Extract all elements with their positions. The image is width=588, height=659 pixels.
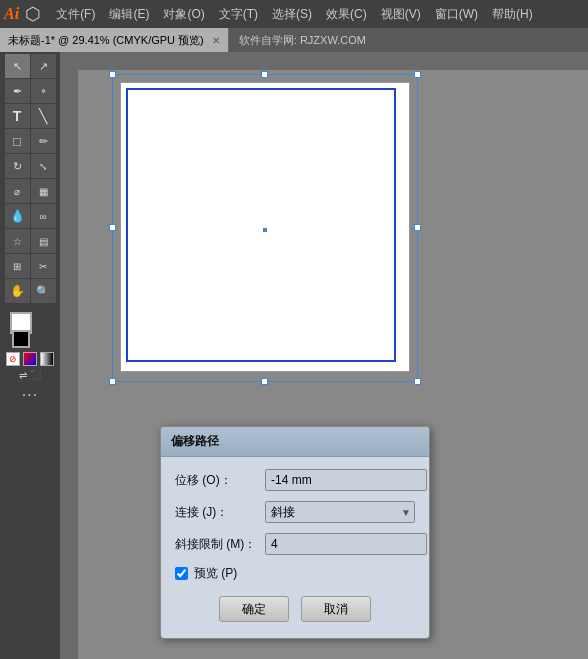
artboard-tool[interactable]: ⊞ [5, 254, 30, 278]
tool-row-5: ↻ ⤡ [3, 154, 57, 178]
menu-text[interactable]: 文字(T) [212, 2, 265, 27]
document-canvas[interactable] [120, 82, 410, 372]
tab-active-close[interactable]: ✕ [212, 35, 220, 46]
tool-row-9: ⊞ ✂ [3, 254, 57, 278]
ok-button[interactable]: 确定 [219, 596, 289, 622]
main-area: ↖ ↗ ✒ ⌖ T ╲ □ ✏ ↻ ⤡ ⌀ ▦ 💧 ∞ ☆ ▤ [0, 52, 588, 659]
handle-top-mid[interactable] [261, 71, 268, 78]
default-icon[interactable]: ⬛ [30, 370, 41, 381]
menubar: Ai ⬡ 文件(F) 编辑(E) 对象(O) 文字(T) 选择(S) 效果(C)… [0, 0, 588, 28]
menu-window[interactable]: 窗口(W) [428, 2, 485, 27]
tab-active[interactable]: 未标题-1* @ 29.41% (CMYK/GPU 预览) ✕ [0, 28, 228, 52]
handle-top-right[interactable] [414, 71, 421, 78]
miter-row: 斜接限制 (M)： [175, 533, 415, 555]
tabbar: 未标题-1* @ 29.41% (CMYK/GPU 预览) ✕ 软件自学网: R… [0, 28, 588, 52]
menu-select[interactable]: 选择(S) [265, 2, 319, 27]
tool-row-2: ✒ ⌖ [3, 79, 57, 103]
offset-input[interactable] [265, 469, 427, 491]
tool-row-7: 💧 ∞ [3, 204, 57, 228]
menu-help[interactable]: 帮助(H) [485, 2, 540, 27]
tool-row-6: ⌀ ▦ [3, 179, 57, 203]
offset-path-dialog: 偏移路径 位移 (O)： 连接 (J)： 斜接 圆角 斜切 ▼ [160, 426, 430, 639]
offset-label: 位移 (O)： [175, 472, 265, 489]
tool-row-10: ✋ 🔍 [3, 279, 57, 303]
handle-bot-mid[interactable] [261, 378, 268, 385]
handle-mid-right[interactable] [414, 224, 421, 231]
menu-view[interactable]: 视图(V) [374, 2, 428, 27]
anchor-tool[interactable]: ⌖ [31, 79, 56, 103]
hand-tool[interactable]: ✋ [5, 279, 30, 303]
menu-effect[interactable]: 效果(C) [319, 2, 374, 27]
menu-edit[interactable]: 编辑(E) [102, 2, 156, 27]
swap-icon[interactable]: ⇌ [19, 370, 27, 381]
gradient-color-icon[interactable] [40, 352, 54, 366]
blend-tool[interactable]: ∞ [31, 204, 56, 228]
warp-tool[interactable]: ⌀ [5, 179, 30, 203]
menu-file[interactable]: 文件(F) [49, 2, 102, 27]
cancel-button[interactable]: 取消 [301, 596, 371, 622]
handle-mid-left[interactable] [109, 224, 116, 231]
tool-row-8: ☆ ▤ [3, 229, 57, 253]
preview-checkbox[interactable] [175, 567, 188, 580]
tab-inactive[interactable]: 软件自学网: RJZXW.COM [228, 28, 376, 52]
left-ruler [60, 52, 78, 659]
app-icon: ⬡ [25, 3, 41, 25]
color-area: ⊘ ⇌ ⬛ [3, 308, 57, 381]
dialog-title: 偏移路径 [161, 427, 429, 457]
stroke-swatch[interactable] [12, 330, 30, 348]
app-logo: Ai [4, 5, 19, 23]
top-ruler [60, 52, 588, 70]
tool-row-1: ↖ ↗ [3, 54, 57, 78]
tab-inactive-label: 软件自学网: RJZXW.COM [239, 33, 366, 48]
tab-active-label: 未标题-1* @ 29.41% (CMYK/GPU 预览) [8, 33, 204, 48]
rect-tool[interactable]: □ [5, 129, 30, 153]
preview-label: 预览 (P) [194, 565, 237, 582]
eyedropper-tool[interactable]: 💧 [5, 204, 30, 228]
select-tool[interactable]: ↖ [5, 54, 30, 78]
preview-row: 预览 (P) [175, 565, 415, 582]
scale-tool[interactable]: ⤡ [31, 154, 56, 178]
none-icon[interactable]: ⊘ [6, 352, 20, 366]
offset-row: 位移 (O)： [175, 469, 415, 491]
dialog-buttons: 确定 取消 [175, 596, 415, 622]
pen-tool[interactable]: ✒ [5, 79, 30, 103]
dialog-body: 位移 (O)： 连接 (J)： 斜接 圆角 斜切 ▼ 斜接 [161, 457, 429, 638]
symbol-tool[interactable]: ☆ [5, 229, 30, 253]
menu-object[interactable]: 对象(O) [156, 2, 211, 27]
handle-top-left[interactable] [109, 71, 116, 78]
handle-bot-right[interactable] [414, 378, 421, 385]
column-tool[interactable]: ▤ [31, 229, 56, 253]
rotate-tool[interactable]: ↻ [5, 154, 30, 178]
toolbar: ↖ ↗ ✒ ⌖ T ╲ □ ✏ ↻ ⤡ ⌀ ▦ 💧 ∞ ☆ ▤ [0, 52, 60, 659]
direct-select-tool[interactable]: ↗ [31, 54, 56, 78]
tool-row-3: T ╲ [3, 104, 57, 128]
miter-input[interactable] [265, 533, 427, 555]
join-select-wrap: 斜接 圆角 斜切 ▼ [265, 501, 415, 523]
gradient-tool[interactable]: ▦ [31, 179, 56, 203]
line-tool[interactable]: ╲ [31, 104, 56, 128]
eraser-tool[interactable]: ✏ [31, 129, 56, 153]
slice-tool[interactable]: ✂ [31, 254, 56, 278]
miter-label: 斜接限制 (M)： [175, 536, 265, 553]
join-select[interactable]: 斜接 圆角 斜切 [265, 501, 415, 523]
type-tool[interactable]: T [5, 104, 30, 128]
more-tools[interactable]: ··· [22, 386, 38, 404]
zoom-tool[interactable]: 🔍 [31, 279, 56, 303]
tool-row-4: □ ✏ [3, 129, 57, 153]
join-label: 连接 (J)： [175, 504, 265, 521]
handle-bot-left[interactable] [109, 378, 116, 385]
join-row: 连接 (J)： 斜接 圆角 斜切 ▼ [175, 501, 415, 523]
color-icon[interactable] [23, 352, 37, 366]
canvas-area[interactable]: 偏移路径 位移 (O)： 连接 (J)： 斜接 圆角 斜切 ▼ [60, 52, 588, 659]
